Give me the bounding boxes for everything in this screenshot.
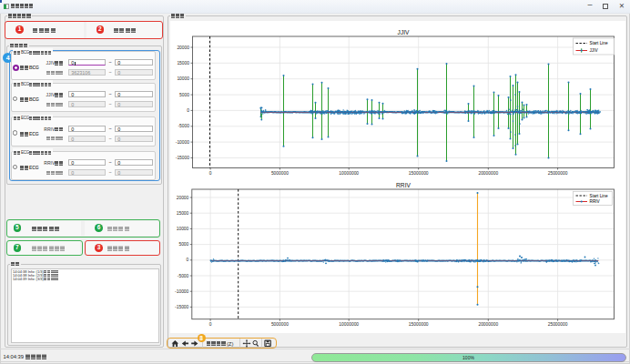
svg-text:5000000: 5000000 [271,171,289,176]
svg-text:0: 0 [209,171,212,176]
svg-text:Start Line: Start Line [590,194,608,198]
svg-text:25000000: 25000000 [548,322,568,327]
svg-text:20000000: 20000000 [478,171,498,176]
svg-text:-5000: -5000 [178,124,189,128]
svg-text:25000000: 25000000 [548,171,568,176]
svg-text:20000000: 20000000 [478,322,498,327]
svg-text:JJIV: JJIV [590,48,599,53]
svg-text:5000: 5000 [179,93,189,97]
svg-text:-10000: -10000 [176,140,190,145]
svg-text:RRIV: RRIV [590,199,601,204]
svg-text:15000: 15000 [177,211,189,216]
svg-text:5000000: 5000000 [271,322,289,327]
svg-text:20000: 20000 [177,46,189,50]
svg-text:0: 0 [187,108,189,113]
svg-text:15000000: 15000000 [409,322,429,327]
svg-text:15000000: 15000000 [409,171,429,176]
svg-text:0: 0 [187,258,189,262]
svg-text:10000000: 10000000 [339,171,359,176]
svg-text:-15000: -15000 [175,305,189,309]
svg-text:20000: 20000 [177,196,189,200]
svg-text:RRIV: RRIV [396,182,411,188]
svg-text:15000: 15000 [177,61,189,66]
svg-text:JJIV: JJIV [398,29,410,35]
svg-text:Start Line: Start Line [590,41,608,46]
svg-text:-10000: -10000 [175,289,189,294]
svg-text:0: 0 [209,322,212,327]
svg-text:5000: 5000 [178,242,188,247]
svg-text:10000: 10000 [177,227,189,231]
svg-text:10000: 10000 [177,76,189,81]
svg-text:-15000: -15000 [176,156,190,160]
svg-text:10000000: 10000000 [339,322,359,327]
svg-text:-5000: -5000 [178,274,189,278]
